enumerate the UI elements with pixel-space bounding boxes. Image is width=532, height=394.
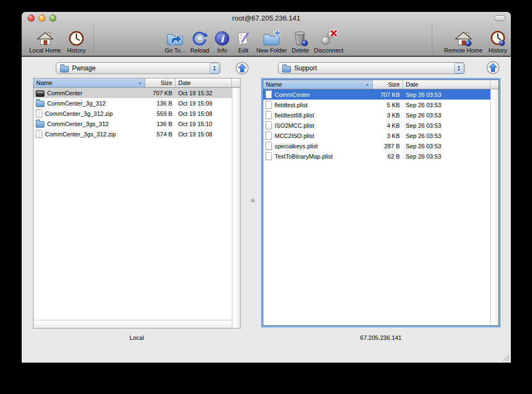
disconnect-icon	[320, 29, 338, 47]
toolbar-separator	[432, 25, 432, 54]
folder-icon	[282, 66, 291, 73]
file-size: 574 B	[142, 131, 176, 137]
remote-pane-label: 67.205.236.141	[261, 334, 501, 341]
local-home-button[interactable]: Local Home	[29, 29, 61, 54]
column-header-size[interactable]: Size	[145, 78, 176, 87]
file-date: Oct 19 15:08	[176, 110, 232, 117]
up-arrow-icon	[235, 61, 249, 75]
go-to-button[interactable]: Go To...	[165, 29, 185, 54]
file-row[interactable]: specialkeys.plist 287 B Sep 26 03:53	[263, 141, 490, 151]
new-folder-icon	[262, 29, 281, 47]
new-folder-button[interactable]: New Folder	[256, 29, 287, 54]
file-name: CommCenter_3gs_312.zip	[45, 131, 116, 137]
column-header-size[interactable]: Size	[373, 80, 403, 89]
file-row[interactable]: CommCenter 707 KB Oct 19 15:32	[34, 88, 232, 98]
left-file-list-body[interactable]: CommCenter 707 KB Oct 19 15:32 CommCente…	[34, 88, 232, 320]
file-row[interactable]: CommCenter 707 KB Sep 26 03:53	[263, 89, 490, 100]
folder-icon	[60, 66, 69, 73]
sort-ascending-icon: ▲	[365, 82, 369, 86]
doc-file-icon	[265, 132, 272, 140]
content-area: Pwnage ▲▼ Support ▲▼ Name	[22, 57, 511, 363]
folder-file-icon	[36, 101, 44, 107]
clock-globe-icon	[490, 29, 506, 47]
file-name: CommCenter_3gs_312	[47, 121, 109, 127]
edit-icon	[235, 29, 251, 47]
file-name: fieldtest.plist	[275, 102, 308, 108]
titlebar[interactable]: root@67.205.236.141	[22, 12, 511, 24]
doc-file-icon	[265, 101, 272, 109]
reload-icon	[191, 29, 209, 47]
right-file-list-body[interactable]: CommCenter 707 KB Sep 26 03:53 fieldtest…	[263, 89, 490, 325]
toolbar-label: History	[489, 47, 507, 54]
trash-icon	[291, 29, 309, 47]
pane-divider-handle[interactable]	[251, 199, 255, 202]
file-size: 707 KB	[369, 91, 403, 98]
sort-ascending-icon: ▲	[138, 81, 142, 84]
column-header-pad	[232, 78, 240, 87]
column-header-date[interactable]: Date	[176, 78, 232, 87]
goto-folder-icon	[166, 29, 184, 47]
zip-file-icon	[36, 109, 42, 117]
app-window: root@67.205.236.141 Local Home	[22, 12, 511, 363]
remote-history-button[interactable]: History	[489, 29, 507, 54]
file-date: Sep 26 03:53	[403, 91, 490, 98]
file-row[interactable]: CommCenter_3gs_312.zip 574 B Oct 19 15:0…	[34, 129, 232, 139]
toolbar-label: Remote Home	[444, 47, 483, 54]
file-date: Oct 19 15:08	[176, 131, 232, 137]
delete-button[interactable]: Delete	[291, 29, 309, 54]
column-header-date[interactable]: Date	[403, 80, 490, 89]
doc-file-icon	[265, 142, 272, 150]
disconnect-button[interactable]: Disconnect	[314, 29, 343, 54]
file-date: Sep 26 03:53	[403, 153, 490, 160]
file-row[interactable]: fieldtest68.plist 3 KB Sep 26 03:53	[263, 110, 490, 120]
file-name: MCC2ISO.plist	[275, 133, 314, 139]
file-size: 707 KB	[142, 90, 176, 96]
remote-list-header: Name ▲ Size Date	[263, 80, 498, 89]
remote-vertical-scrollbar[interactable]	[490, 89, 498, 325]
info-icon: i	[214, 29, 230, 47]
window-chrome: root@67.205.236.141 Local Home	[22, 12, 511, 57]
window-title: root@67.205.236.141	[22, 14, 511, 22]
file-size: 287 B	[369, 143, 403, 149]
local-file-pane: Name ▲ Size Date CommCenter 707 KB Oct 1…	[33, 78, 241, 329]
doc-file-icon	[265, 111, 272, 119]
reload-button[interactable]: Reload	[190, 29, 209, 54]
file-size: 5 KB	[369, 102, 403, 108]
file-name: CommCenter	[47, 90, 82, 96]
file-name: specialkeys.plist	[275, 143, 317, 149]
column-header-name[interactable]: Name ▲	[34, 78, 145, 87]
file-row[interactable]: TextToBinaryMap.plist 62 B Sep 26 03:53	[263, 151, 490, 161]
file-row[interactable]: MCC2ISO.plist 3 KB Sep 26 03:53	[263, 130, 490, 141]
file-size: 559 B	[142, 110, 176, 117]
toolbar-local-group: Local Home History	[29, 29, 86, 54]
file-size: 136 B	[142, 100, 176, 107]
file-name: TextToBinaryMap.plist	[275, 153, 333, 160]
local-history-button[interactable]: History	[67, 29, 86, 54]
toolbar-toggle-button[interactable]	[494, 15, 505, 21]
toolbar-label: Local Home	[29, 47, 61, 54]
folder-file-icon	[36, 121, 44, 128]
remote-path-selector[interactable]: Support ▲▼	[278, 62, 465, 74]
toolbar-label: Edit	[238, 47, 249, 54]
file-row[interactable]: CommCenter_3gs_312 136 B Oct 19 15:10	[34, 119, 232, 129]
local-path-selector[interactable]: Pwnage ▲▼	[56, 62, 220, 74]
remote-home-button[interactable]: Remote Home	[444, 29, 483, 54]
file-row[interactable]: fieldtest.plist 5 KB Sep 26 03:53	[263, 100, 490, 110]
file-date: Oct 19 15:09	[176, 100, 232, 107]
remote-up-directory-button[interactable]	[486, 61, 500, 75]
edit-button[interactable]: Edit	[235, 29, 251, 54]
local-up-directory-button[interactable]	[235, 61, 249, 75]
file-date: Sep 26 03:53	[403, 102, 490, 108]
file-row[interactable]: CommCenter_3g_312 136 B Oct 19 15:09	[34, 98, 232, 108]
file-row[interactable]: ISO2MCC.plist 4 KB Sep 26 03:53	[263, 120, 490, 130]
file-row[interactable]: CommCenter_3g_312.zip 559 B Oct 19 15:08	[34, 108, 232, 119]
local-vertical-scrollbar[interactable]	[232, 88, 240, 328]
info-button[interactable]: i Info	[214, 29, 230, 54]
column-header-name[interactable]: Name ▲	[263, 80, 373, 89]
toolbar-label: Delete	[292, 47, 309, 54]
toolbar-label: Reload	[190, 47, 209, 54]
local-horizontal-scrollbar[interactable]	[34, 320, 232, 328]
toolbar-label: Disconnect	[314, 47, 343, 54]
resize-grip[interactable]	[502, 354, 509, 361]
toolbar-label: Go To...	[165, 47, 185, 54]
